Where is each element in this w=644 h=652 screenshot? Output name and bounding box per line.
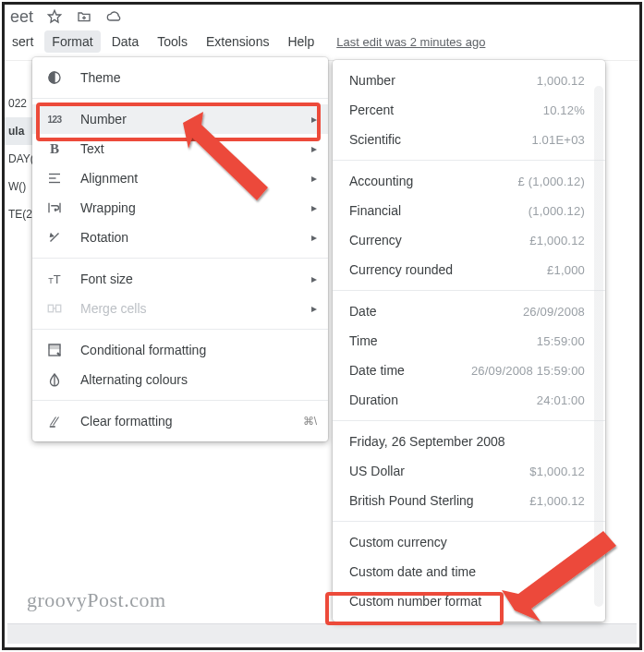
submenu-arrow-icon: ▸ [311,142,317,155]
format-dropdown: Theme123Number▸BText▸Alignment▸Wrapping▸… [32,57,328,441]
menu-extensions[interactable]: Extensions [199,30,276,53]
menu-data[interactable]: Data [104,30,147,53]
cloud-saved-icon[interactable] [105,8,122,25]
menu-item-alternating-colours[interactable]: Alternating colours [32,365,328,394]
menu-item-conditional-formatting[interactable]: Conditional formatting [32,335,328,365]
number-format-date-time[interactable]: Date time26/09/2008 15:59:00 [333,356,605,385]
star-icon[interactable] [46,8,63,25]
number-format-scientific[interactable]: Scientific1.01E+03 [333,125,605,154]
format-label: Custom number format [349,594,481,609]
number-format-duration[interactable]: Duration24:01:00 [333,385,605,415]
submenu-arrow-icon: ▸ [311,272,317,285]
separator [333,420,605,421]
menu-item-label: Font size [80,272,311,286]
svg-rect-7 [48,305,53,312]
menu-item-label: Rotation [80,230,311,245]
format-example: 15:59:00 [537,334,585,348]
svg-rect-8 [56,305,61,312]
number-format-us-dollar[interactable]: US Dollar$1,000.12 [333,456,605,486]
submenu-arrow-icon: ▸ [311,302,317,315]
menu-item-merge-cells: Merge cells▸ [32,294,328,323]
format-example: 26/09/2008 15:59:00 [471,364,585,378]
scrollbar[interactable] [594,86,603,607]
number-format-date[interactable]: Date26/09/2008 [333,296,605,326]
menu-item-clear-formatting[interactable]: Clear formatting⌘\ [32,406,328,436]
format-label: US Dollar [349,464,405,478]
format-label: Duration [349,392,398,407]
number-format-custom-date-and-time[interactable]: Custom date and time [333,557,605,586]
separator [32,98,328,99]
format-label: Currency rounded [349,262,453,277]
format-label: British Pound Sterling [349,493,474,508]
menu-help[interactable]: Help [280,30,322,53]
rotate-icon [45,228,64,247]
format-label: Date time [349,363,405,378]
submenu-arrow-icon: ▸ [311,172,317,185]
format-label: Scientific [349,132,401,147]
menu-item-text[interactable]: BText▸ [32,134,328,163]
sheet-tab-bar [7,623,637,644]
format-example: $1,000.12 [529,465,585,478]
number-format-currency-rounded[interactable]: Currency rounded£1,000 [333,255,605,284]
menu-tools[interactable]: Tools [150,30,195,53]
number-format-custom-number-format[interactable]: Custom number format [333,586,605,616]
number-format-time[interactable]: Time15:59:00 [333,326,605,356]
svg-rect-10 [49,344,60,349]
menu-item-label: Theme [80,70,317,85]
separator [32,400,328,401]
menu-item-rotation[interactable]: Rotation▸ [32,223,328,252]
number-format-accounting[interactable]: Accounting£ (1,000.12) [333,166,605,196]
menu-item-label: Clear formatting [80,414,303,429]
number-format-currency[interactable]: Currency£1,000.12 [333,225,605,255]
format-example: 1.01E+03 [531,133,585,147]
menu-item-label: Merge cells [80,301,311,316]
number-format-financial[interactable]: Financial(1,000.12) [333,196,605,225]
format-example: 1,000.12 [537,74,585,88]
123-icon: 123 [45,110,64,128]
shortcut: ⌘\ [303,415,317,428]
format-label: Friday, 26 September 2008 [349,434,505,449]
watermark: groovyPost.com [27,588,166,612]
menu-item-label: Conditional formatting [80,343,317,357]
number-format-british-pound-sterling[interactable]: British Pound Sterling£1,000.12 [333,486,605,515]
menu-item-alignment[interactable]: Alignment▸ [32,163,328,193]
format-example: £ (1,000.12) [517,175,585,188]
format-example: £1,000.12 [529,494,585,508]
format-example: 26/09/2008 [523,305,585,319]
menu-item-label: Wrapping [80,200,311,215]
align-icon [45,169,64,187]
separator [32,329,328,330]
tT-icon: TT [45,270,64,288]
menu-item-font-size[interactable]: TTFont size▸ [32,264,328,294]
separator [333,290,605,291]
format-label: Financial [349,203,401,218]
move-folder-icon[interactable] [76,8,92,25]
last-edit-link[interactable]: Last edit was 2 minutes ago [336,35,485,49]
menu-format[interactable]: Format [44,30,100,53]
menu-item-label: Alternating colours [80,372,317,387]
document-title[interactable]: eet [10,7,33,27]
menu-item-label: Number [80,112,311,127]
menu-item-number[interactable]: 123Number▸ [32,104,328,134]
format-label: Accounting [349,174,413,188]
svg-marker-0 [48,10,60,22]
menu-item-theme[interactable]: Theme [32,63,328,92]
format-label: Custom currency [349,535,447,549]
format-label: Custom date and time [349,564,476,579]
format-label: Percent [349,103,394,117]
title-bar: eet [5,5,639,27]
format-label: Currency [349,233,402,248]
separator [333,521,605,522]
separator [32,258,328,259]
number-format-custom-currency[interactable]: Custom currency [333,527,605,557]
wrap-icon [45,199,64,217]
menu-item-wrapping[interactable]: Wrapping▸ [32,193,328,223]
separator [333,160,605,161]
number-format-percent[interactable]: Percent10.12% [333,95,605,125]
submenu-arrow-icon: ▸ [311,231,317,244]
theme-icon [45,68,64,87]
menu-insert[interactable]: sert [5,30,41,53]
number-format-number[interactable]: Number1,000.12 [333,66,605,95]
menu-bar: sert Format Data Tools Extensions Help L… [5,27,639,61]
number-format-friday-26-september-2008[interactable]: Friday, 26 September 2008 [333,427,605,456]
